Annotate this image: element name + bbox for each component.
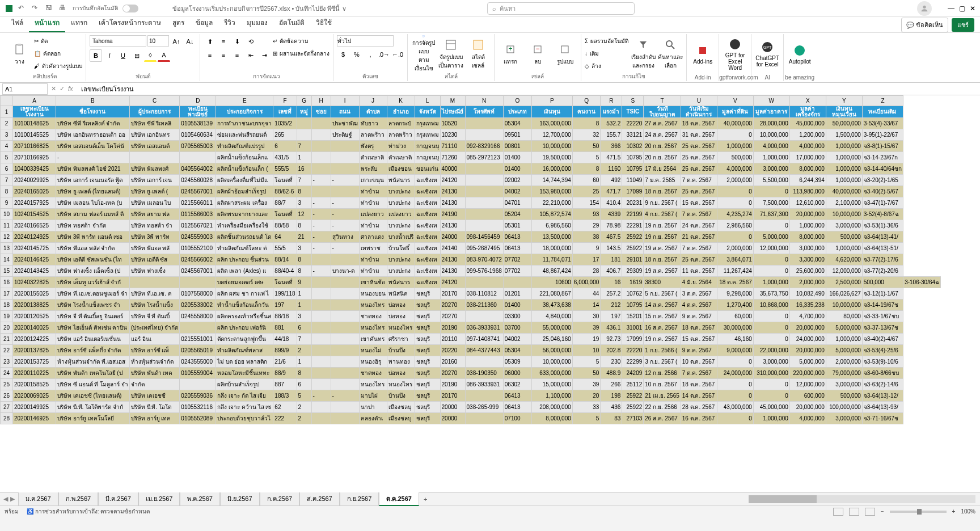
cell-K6[interactable]: เมืองขอน [387, 163, 415, 175]
cell-I11[interactable]: - [331, 220, 359, 231]
col-header-U[interactable]: U [681, 96, 717, 106]
cell-T25[interactable]: 10 ก.ย. 2567 [644, 379, 681, 390]
cell-V11[interactable]: 2,986,560 [717, 220, 753, 231]
cell-M17[interactable]: 20170 [440, 288, 465, 300]
cell-Q14[interactable]: 17 [572, 254, 601, 266]
cell-V21[interactable]: 46,160 [717, 334, 753, 345]
cell-H27[interactable] [311, 402, 331, 413]
cell-U7[interactable]: 7 ต.ค. 2567 [681, 175, 717, 186]
cell-Q19[interactable]: 30 [572, 311, 601, 322]
cell-Y5[interactable]: 1,000,000 [826, 152, 862, 163]
cell-H6[interactable] [311, 163, 331, 175]
sort-filter-button[interactable]: เรียงลำดับ และกรอง [631, 35, 656, 73]
cell-I10[interactable]: - [331, 209, 359, 220]
cell-T6[interactable]: 17 มิ.ย 2564 [644, 163, 681, 175]
cell-A17[interactable]: 20200155025 [13, 288, 56, 300]
ribbon-tab-0[interactable]: ไฟล์ [6, 14, 29, 32]
cell-S4[interactable]: 10302 [622, 141, 644, 152]
indent-right-icon[interactable]: ⇥ [258, 49, 271, 61]
cell-L6[interactable]: ขอนแก่น [415, 163, 440, 175]
cell-B18[interactable]: บริษัท โรงน้ำแข็งเพชร จำ [56, 300, 130, 311]
cell-E5[interactable]: ผลิตน้ำแข็งก้อนเล็กแ [216, 152, 273, 163]
cell-D4[interactable]: 0705565003 [180, 141, 216, 152]
cell-N19[interactable] [465, 311, 503, 322]
cell-B10[interactable]: บริษัท สยาม ฟลอร์ แมทส์ ดี [56, 209, 130, 220]
row-header-15[interactable]: 15 [1, 266, 13, 277]
cell-Z20[interactable]: จ3-37-13/67ช [862, 322, 903, 334]
cell-N18[interactable]: 038-211360 [465, 300, 503, 311]
undo-icon[interactable]: ↶ [18, 4, 27, 13]
cell-T8[interactable]: 18 ก.ย. 2567 [644, 186, 681, 197]
cell-W9[interactable]: 7,500,000 [753, 197, 789, 209]
align-left-icon[interactable]: ≡ [204, 49, 216, 61]
cell-Z14[interactable]: จ3-77(2)-17/6 [862, 254, 903, 266]
cell-Q23[interactable]: 5 [572, 356, 601, 368]
cell-U27[interactable]: 28 ต.ค. 2567 [681, 402, 717, 413]
col-header-X[interactable]: X [789, 96, 826, 106]
cell-F24[interactable]: 88/9 [273, 368, 297, 379]
cell-Y18[interactable]: 10,000,000 [826, 300, 862, 311]
cell-A28[interactable]: 20200146925 [13, 413, 56, 424]
cell-P18[interactable]: 38,473,638 [531, 300, 572, 311]
cell-N25[interactable]: 086-3933931 [465, 379, 503, 390]
cell-W27[interactable]: 45,000,000 [753, 402, 789, 413]
cell-X27[interactable]: 20,000,000 [789, 402, 826, 413]
cell-Y8[interactable]: 40,000,000 [826, 186, 862, 197]
cell-F21[interactable]: 44/18 [273, 334, 297, 345]
cell-R14[interactable]: 181 [601, 254, 622, 266]
minimize-icon[interactable]: — [948, 5, 954, 12]
cell-R7[interactable]: 492 [601, 175, 622, 186]
cell-Z27[interactable]: จ3-64(13)-93/ [862, 402, 903, 413]
cell-S9[interactable]: 20231 [622, 197, 644, 209]
cell-B11[interactable]: บริษัท ทอสด้า จำกัด [56, 220, 130, 231]
cell-I14[interactable] [331, 254, 359, 266]
sheet-tab-4[interactable]: พ.ค.2567 [180, 492, 220, 506]
cell-E9[interactable]: ผลิตผาสระผม เครื่อง [216, 197, 273, 209]
cell-M28[interactable]: 20000 [440, 413, 465, 424]
cell-J27[interactable]: นาปา [359, 402, 387, 413]
cell-P16[interactable]: 10600 [531, 277, 572, 288]
cell-X25[interactable]: 12,000,000 [789, 379, 826, 390]
cell-R15[interactable]: 406.7 [601, 266, 622, 277]
percent-icon[interactable]: % [350, 48, 363, 61]
cell-J19[interactable]: ชาดทอง [359, 311, 387, 322]
ribbon-tab-2[interactable]: แทรก [65, 14, 93, 32]
cell-D18[interactable]: 0205533002 [180, 300, 216, 311]
col-header-G[interactable]: G [297, 96, 311, 106]
cell-W21[interactable]: 0 [753, 334, 789, 345]
cell-A19[interactable]: 20200120525 [13, 311, 56, 322]
cell-W22[interactable]: 22,000,000 [753, 345, 789, 356]
cell-G2[interactable] [297, 118, 311, 129]
chatgpt-button[interactable]: GPTChatGPT for Excel [755, 35, 780, 73]
sheet-tab-9[interactable]: ต.ค.2567 [379, 492, 419, 506]
share-button[interactable]: แชร์ [952, 18, 974, 32]
cell-V25[interactable]: 0 [717, 379, 753, 390]
cell-K3[interactable]: ลาดพร้าว [387, 129, 415, 141]
cell-Y2[interactable]: 50,000,000 [826, 118, 862, 129]
cell-I21[interactable] [331, 334, 359, 345]
cell-D10[interactable]: 0115566003 [180, 209, 216, 220]
cell-Q17[interactable]: 44 [572, 288, 601, 300]
ribbon-tab-7[interactable]: มุมมอง [241, 14, 273, 32]
number-format-select[interactable] [337, 35, 394, 47]
cell-undefined16[interactable]: 3-106-30/64ฉ [903, 277, 941, 288]
cell-T24[interactable]: 12 ก.ย. 2566 [644, 368, 681, 379]
cell-T9[interactable]: 9 ก.ย. 2567 ( [644, 197, 681, 209]
cell-F18[interactable]: 197 [273, 300, 297, 311]
cell-V15[interactable]: 11,267,424 [717, 266, 753, 277]
autosum-button[interactable]: Σ ผลรวมอัตโนมัติ [585, 35, 628, 47]
cell-L24[interactable]: ชลบุรี [415, 368, 440, 379]
cell-L20[interactable]: ชลบุรี [415, 322, 440, 334]
header-cell-Z[interactable]: ทะเบียนเดิม [862, 106, 903, 118]
cell-Q26[interactable]: 20 [572, 390, 601, 402]
align-center-icon[interactable]: ≡ [217, 49, 230, 61]
header-cell-K[interactable]: อำเภอ [387, 106, 415, 118]
cell-C15[interactable]: บริษัท ฟางเซ็ง [129, 266, 179, 277]
cell-E21[interactable]: ตัดกระดาษลูกฟูกขึ้น [216, 334, 273, 345]
cell-W15[interactable]: 0 [753, 266, 789, 277]
cell-G13[interactable]: 3 [297, 243, 311, 254]
cell-D6[interactable]: 0405564002 [180, 163, 216, 175]
cell-S22[interactable]: 22220 [622, 345, 644, 356]
cell-E27[interactable]: กลึง เจาะ คว้าน ไส เซ [216, 402, 273, 413]
cell-K9[interactable]: บางปะกง [387, 197, 415, 209]
